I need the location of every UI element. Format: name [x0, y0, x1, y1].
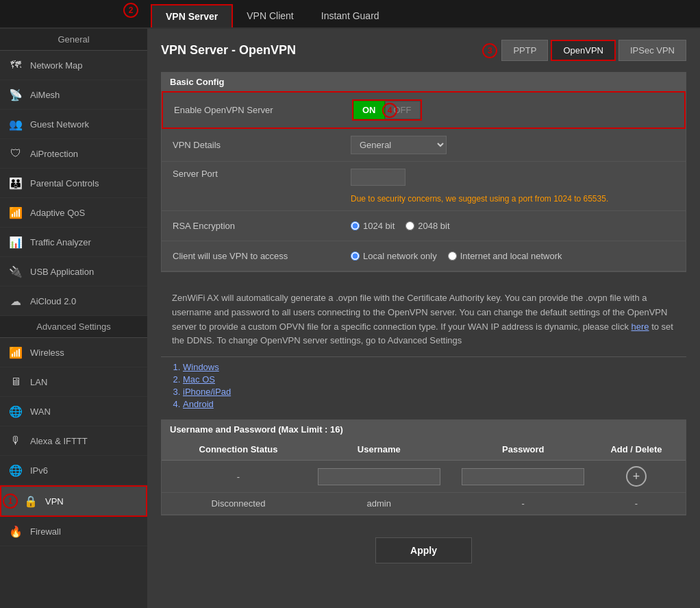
rsa-2048-radio[interactable] — [405, 221, 414, 230]
client-vpn-row: Client will use VPN to access Local netw… — [162, 241, 686, 271]
enable-openvpn-row: 4 Enable OpenVPN Server ON OFF — [162, 91, 686, 129]
sidebar-label-adaptive-qos: Adaptive QoS — [30, 208, 85, 218]
sidebar-item-wan[interactable]: 🌐 WAN — [0, 397, 147, 426]
aimesh-icon: 📡 — [8, 87, 23, 102]
aicloud-icon: ☁ — [8, 293, 23, 308]
sidebar-item-parental-controls[interactable]: 👪 Parental Controls — [0, 169, 147, 198]
local-network-label: Local network only — [363, 251, 437, 261]
basic-config-title: Basic Config — [162, 73, 686, 91]
advanced-section-title: Advanced Settings — [0, 316, 147, 338]
sub-tab-ipsec-vpn[interactable]: IPSec VPN — [618, 40, 686, 61]
sidebar-item-wireless[interactable]: 📶 Wireless — [0, 338, 147, 367]
sidebar-item-usb-application[interactable]: 🔌 USB Application — [0, 257, 147, 287]
badge-4: 4 — [382, 103, 397, 118]
iphone-ipad-link[interactable]: iPhone/iPad — [183, 387, 231, 397]
tab-instant-guard[interactable]: Instant Guard — [308, 5, 393, 27]
username-table-title: Username and Password (Max Limit : 16) — [162, 420, 686, 439]
rsa-1024-radio[interactable] — [351, 221, 360, 230]
sidebar-item-aiprotection[interactable]: 🛡 AiProtection — [0, 139, 147, 169]
sidebar-item-adaptive-qos[interactable]: 📶 Adaptive QoS — [0, 198, 147, 228]
enable-openvpn-label: Enable OpenVPN Server — [174, 105, 352, 115]
client-vpn-radio-group: Local network only Internet and local ne… — [351, 251, 562, 261]
server-port-input[interactable] — [351, 169, 405, 186]
sidebar-label-aicloud: AiCloud 2.0 — [30, 296, 76, 306]
sidebar-item-firewall[interactable]: 🔥 Firewall — [0, 517, 147, 546]
rsa-2048-label: 2048 bit — [418, 221, 449, 231]
badge-3: 3 — [482, 43, 497, 58]
usb-application-icon: 🔌 — [8, 264, 23, 279]
guest-network-icon: 👥 — [8, 117, 23, 132]
toggle-on-button[interactable]: ON — [353, 101, 385, 119]
adaptive-qos-icon: 📶 — [8, 205, 23, 220]
sidebar-label-parental-controls: Parental Controls — [30, 178, 99, 189]
add-user-button[interactable]: + — [626, 466, 647, 487]
sidebar-item-network-map[interactable]: 🗺 Network Map — [0, 51, 147, 80]
sidebar-item-vpn[interactable]: 1 🔒 VPN — [0, 485, 147, 517]
rsa-1024-label: 1024 bit — [363, 221, 395, 231]
row0-status: Disconnected — [170, 498, 307, 509]
parental-controls-icon: 👪 — [8, 175, 23, 191]
vpn-icon: 🔒 — [23, 494, 38, 509]
sidebar-label-guest-network: Guest Network — [30, 119, 89, 130]
rsa-encryption-row: RSA Encryption 1024 bit 2048 bit — [162, 211, 686, 241]
sidebar-label-ipv6: IPv6 — [30, 465, 48, 476]
tab-vpn-server[interactable]: VPN Server — [151, 4, 233, 27]
sidebar-label-wireless: Wireless — [30, 348, 64, 358]
sub-tab-openvpn[interactable]: OpenVPN — [551, 40, 616, 61]
sidebar-item-guest-network[interactable]: 👥 Guest Network — [0, 110, 147, 139]
col-connection-status: Connection Status — [170, 444, 307, 454]
info-text-content: ZenWiFi AX will automatically generate a… — [172, 293, 673, 345]
vpn-details-select[interactable]: General — [351, 136, 447, 154]
android-link[interactable]: Android — [183, 399, 214, 409]
sidebar-label-usb-application: USB Application — [30, 267, 94, 277]
sidebar-item-alexa-ifttt[interactable]: 🎙 Alexa & IFTTT — [0, 426, 147, 456]
badge-2: 2 — [123, 3, 138, 18]
aiprotection-icon: 🛡 — [8, 146, 23, 161]
local-network-radio[interactable] — [351, 252, 360, 260]
page-title: VPN Server - OpenVPN — [161, 43, 296, 58]
sidebar-label-lan: LAN — [30, 377, 47, 387]
apply-button[interactable]: Apply — [375, 537, 472, 563]
sidebar-item-aicloud[interactable]: ☁ AiCloud 2.0 — [0, 287, 147, 316]
rsa-1024-option[interactable]: 1024 bit — [351, 221, 395, 231]
client-vpn-label: Client will use VPN to access — [173, 251, 351, 261]
new-username-input[interactable] — [318, 468, 440, 485]
sidebar-label-network-map: Network Map — [30, 60, 83, 71]
rsa-2048-option[interactable]: 2048 bit — [405, 221, 449, 231]
apply-section: Apply — [161, 526, 686, 574]
table-header: Connection Status Username Password Add … — [162, 439, 686, 461]
col-add-delete: Add / Delete — [595, 444, 677, 454]
alexa-icon: 🎙 — [8, 433, 23, 448]
sidebar-label-aiprotection: AiProtection — [30, 149, 78, 159]
row0-delete: - — [595, 498, 677, 509]
internet-local-label: Internet and local network — [460, 251, 562, 261]
sidebar-label-wan: WAN — [30, 406, 51, 417]
internet-local-radio[interactable] — [448, 252, 457, 260]
internet-local-option[interactable]: Internet and local network — [448, 251, 562, 261]
new-password-input[interactable] — [462, 468, 584, 485]
network-map-icon: 🗺 — [8, 58, 23, 73]
macos-link[interactable]: Mac OS — [183, 374, 215, 385]
rsa-encryption-label: RSA Encryption — [173, 221, 351, 231]
vpn-details-label: VPN Details — [173, 140, 351, 150]
traffic-analyzer-icon: 📊 — [8, 234, 23, 250]
sub-tab-pptp[interactable]: PPTP — [501, 40, 548, 61]
table-row-0: Disconnected admin - - — [162, 493, 686, 515]
tab-vpn-client[interactable]: VPN Client — [233, 5, 307, 27]
ipv6-icon: 🌐 — [8, 463, 23, 478]
info-text-block: ZenWiFi AX will automatically generate a… — [161, 283, 686, 357]
sidebar-item-ipv6[interactable]: 🌐 IPv6 — [0, 456, 147, 485]
sidebar-item-traffic-analyzer[interactable]: 📊 Traffic Analyzer — [0, 228, 147, 257]
row0-username: admin — [307, 498, 451, 509]
table-row-new: - + — [162, 461, 686, 493]
sidebar-item-lan[interactable]: 🖥 LAN — [0, 367, 147, 397]
here-link[interactable]: here — [632, 321, 649, 332]
sidebar-item-aimesh[interactable]: 📡 AiMesh — [0, 80, 147, 110]
new-row-password-cell — [451, 468, 596, 485]
download-links: Windows Mac OS iPhone/iPad Android — [161, 357, 686, 419]
windows-link[interactable]: Windows — [183, 362, 219, 372]
local-network-option[interactable]: Local network only — [351, 251, 437, 261]
sidebar-label-alexa-ifttt: Alexa & IFTTT — [30, 436, 88, 446]
new-row-add-cell: + — [595, 466, 677, 487]
new-row-status: - — [170, 472, 307, 482]
